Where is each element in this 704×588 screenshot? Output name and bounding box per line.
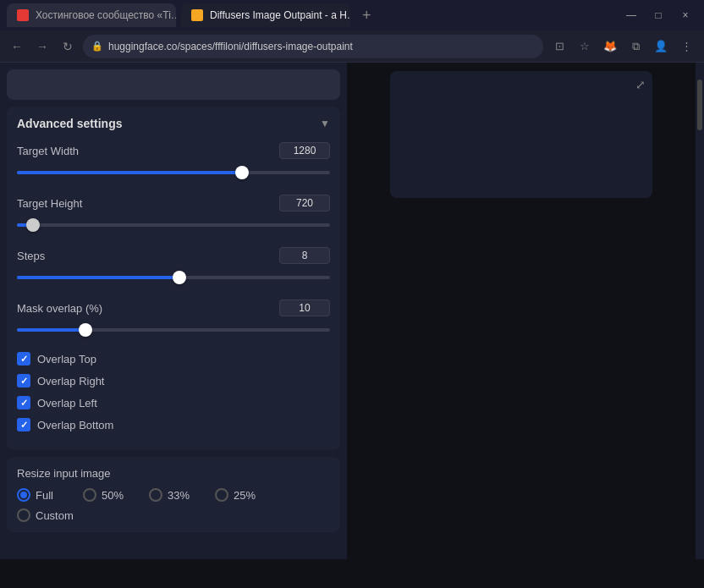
maximize-button[interactable]: □ [646, 6, 670, 25]
expand-icon[interactable]: ⤢ [635, 78, 646, 91]
tab-1[interactable]: Хостинговое сообщество «Ti… × [7, 3, 176, 27]
radio-custom[interactable] [17, 508, 30, 522]
overlap-right-check: ✓ [20, 376, 28, 387]
radio-full-row: Full [17, 488, 76, 502]
overlap-left-label: Overlap Left [37, 397, 97, 409]
radio-33[interactable] [149, 488, 162, 502]
target-height-label-row: Target Height 720 [17, 195, 330, 212]
radio-custom-row: Custom [17, 508, 76, 522]
mask-overlap-value[interactable]: 10 [279, 299, 330, 316]
bookmark-icon[interactable]: ☆ [574, 36, 596, 58]
mask-overlap-track [17, 328, 330, 332]
target-height-label: Target Height [17, 197, 82, 210]
tab-2[interactable]: Diffusers Image Outpaint - a H… × [181, 3, 350, 27]
account-icon[interactable]: 👤 [650, 36, 672, 58]
overlap-top-label: Overlap Top [37, 353, 96, 365]
url-text: huggingface.co/spaces/fffiloni/diffusers… [108, 41, 353, 52]
steps-label-row: Steps 8 [17, 247, 330, 264]
resize-section: Resize input image Full 50% [7, 457, 340, 532]
target-height-row: Target Height 720 [17, 195, 330, 234]
target-height-slider[interactable] [17, 217, 330, 234]
radio-50-label: 50% [102, 489, 124, 502]
profile-icon[interactable]: 🦊 [599, 36, 621, 58]
target-width-value[interactable]: 1280 [279, 142, 330, 159]
advanced-settings-panel: Advanced settings ▼ Target Width 1280 [7, 107, 340, 450]
left-panel: Advanced settings ▼ Target Width 1280 [0, 63, 347, 559]
section-arrow[interactable]: ▼ [320, 118, 330, 129]
reload-button[interactable]: ↻ [58, 36, 78, 57]
overlap-left-row: ✓ Overlap Left [17, 396, 330, 409]
radio-full-inner [20, 492, 27, 498]
steps-slider[interactable] [17, 269, 330, 286]
overlap-right-row: ✓ Overlap Right [17, 374, 330, 387]
target-width-label-row: Target Width 1280 [17, 142, 330, 159]
back-button[interactable]: ← [7, 36, 27, 57]
right-panel: ⤢ [347, 63, 696, 559]
overlap-left-check: ✓ [20, 398, 28, 409]
target-width-thumb[interactable] [235, 166, 249, 179]
overlap-left-checkbox[interactable]: ✓ [17, 396, 30, 409]
section-header: Advanced settings ▼ [17, 117, 330, 130]
radio-full[interactable] [17, 488, 30, 502]
forward-button[interactable]: → [32, 36, 52, 57]
mask-overlap-label: Mask overlap (%) [17, 302, 102, 315]
radio-25[interactable] [215, 488, 228, 502]
overlap-right-checkbox[interactable]: ✓ [17, 374, 30, 387]
tab-1-favicon [17, 9, 29, 21]
main-area: Advanced settings ▼ Target Width 1280 [0, 63, 704, 559]
target-width-label: Target Width [17, 145, 79, 157]
radio-custom-label: Custom [36, 509, 74, 522]
target-height-value[interactable]: 720 [279, 195, 330, 212]
overlap-top-row: ✓ Overlap Top [17, 352, 330, 365]
steps-value[interactable]: 8 [279, 247, 330, 264]
menu-icon[interactable]: ⋮ [675, 36, 697, 58]
radio-33-label: 33% [168, 489, 190, 502]
radio-full-label: Full [36, 489, 53, 502]
lock-icon: 🔒 [91, 41, 103, 52]
extensions-icon[interactable]: ⧉ [624, 36, 646, 58]
tab-2-label: Diffusers Image Outpaint - a H… [210, 9, 350, 21]
overlap-top-check: ✓ [20, 354, 28, 365]
radio-33-row: 33% [149, 488, 208, 502]
target-height-track [17, 223, 330, 227]
title-bar: Хостинговое сообщество «Ti… × Diffusers … [0, 0, 704, 30]
top-bar-pill [7, 69, 340, 100]
minimize-button[interactable]: — [619, 6, 643, 25]
mask-overlap-thumb[interactable] [79, 323, 92, 337]
mask-overlap-row: Mask overlap (%) 10 [17, 299, 330, 338]
mask-overlap-label-row: Mask overlap (%) 10 [17, 299, 330, 316]
steps-thumb[interactable] [173, 271, 186, 284]
radio-50-row: 50% [83, 488, 142, 502]
browser-window: Хостинговое сообщество «Ti… × Diffusers … [0, 0, 704, 588]
radio-25-row: 25% [215, 488, 274, 502]
section-title: Advanced settings [17, 117, 122, 130]
image-preview: ⤢ [390, 71, 652, 198]
nav-bar: ← → ↻ 🔒 huggingface.co/spaces/fffiloni/d… [0, 30, 704, 63]
steps-label: Steps [17, 250, 45, 262]
window-controls: — □ × [619, 6, 697, 25]
target-width-slider[interactable] [17, 164, 330, 181]
address-bar[interactable]: 🔒 huggingface.co/spaces/fffiloni/diffuse… [83, 35, 543, 58]
new-tab-button[interactable]: + [355, 7, 378, 25]
target-width-track [17, 171, 330, 174]
overlap-top-checkbox[interactable]: ✓ [17, 352, 30, 365]
overlap-bottom-label: Overlap Bottom [37, 419, 113, 431]
overlap-bottom-checkbox[interactable]: ✓ [17, 418, 30, 431]
cast-icon[interactable]: ⊡ [548, 36, 570, 58]
scrollbar-thumb[interactable] [697, 80, 702, 130]
steps-track [17, 276, 330, 279]
radio-25-label: 25% [234, 489, 256, 502]
mask-overlap-slider[interactable] [17, 321, 330, 338]
resize-title: Resize input image [17, 467, 330, 480]
radio-50[interactable] [83, 488, 96, 502]
steps-fill [17, 276, 179, 279]
overlap-right-label: Overlap Right [37, 375, 104, 387]
scrollbar[interactable] [696, 63, 704, 559]
target-height-thumb[interactable] [26, 218, 40, 232]
radio-group: Full 50% 33% 25% [17, 488, 330, 522]
tab-2-favicon [191, 9, 203, 21]
tab-1-label: Хостинговое сообщество «Ti… [36, 9, 176, 21]
nav-icons: ⊡ ☆ 🦊 ⧉ 👤 ⋮ [548, 36, 697, 58]
close-button[interactable]: × [674, 6, 697, 25]
mask-overlap-fill [17, 328, 85, 332]
